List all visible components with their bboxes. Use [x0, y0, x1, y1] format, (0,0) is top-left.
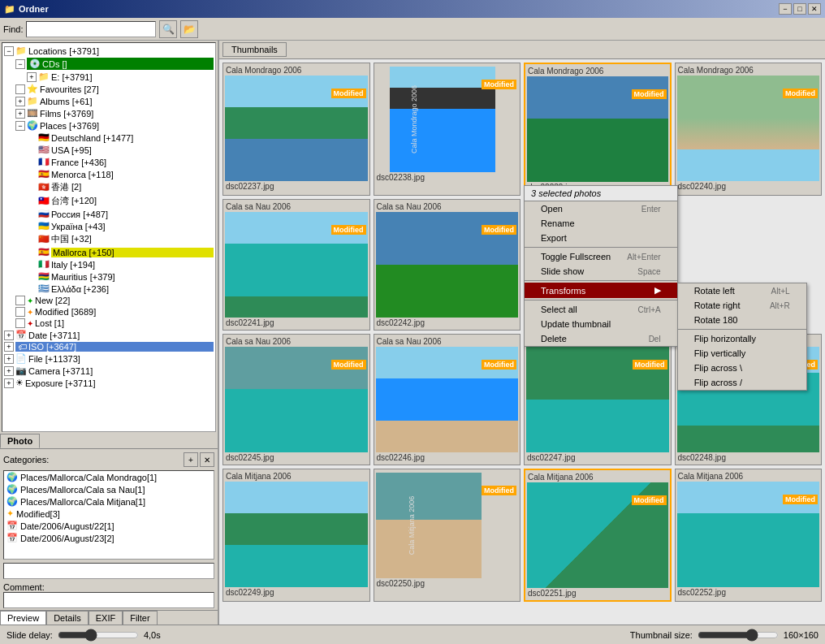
- expand-file[interactable]: +: [4, 354, 14, 364]
- cm-flip-across-fwd[interactable]: Flip across /: [678, 375, 806, 390]
- cm-export[interactable]: Export: [525, 231, 677, 245]
- tab-details[interactable]: Details: [46, 611, 89, 625]
- expand-date[interactable]: +: [4, 331, 14, 340]
- tree-item-films[interactable]: + 🎞️ Films [+3769]: [15, 107, 214, 119]
- tree-item-hk[interactable]: 🇭🇰 香港 [2]: [27, 180, 214, 194]
- tree-item-new[interactable]: ✦ New [22]: [15, 295, 214, 306]
- expand-cds[interactable]: −: [15, 59, 25, 69]
- cm-transforms[interactable]: Transforms ▶: [525, 283, 677, 298]
- photo-tab[interactable]: Photo: [0, 434, 40, 448]
- categories-list[interactable]: 🌍Places/Mallorca/Cala Mondrago[1] 🌍Place…: [3, 470, 214, 560]
- thumb-dsc02241[interactable]: Cala sa Nau 2006 Modified dsc02241.jpg: [222, 199, 370, 331]
- cm-rename[interactable]: Rename: [525, 216, 677, 231]
- tree-item-e[interactable]: + 📁 E: [+3791]: [27, 71, 214, 83]
- tree-item-albums[interactable]: + 📁 Albums [+61]: [15, 95, 214, 107]
- tree-item-lost[interactable]: ✦ Lost [1]: [15, 318, 214, 329]
- expand-fav[interactable]: [15, 84, 25, 94]
- cm-fullscreen[interactable]: Toggle Fullscreen Alt+Enter: [525, 249, 677, 264]
- thumbnails-tab[interactable]: Thumbnails: [222, 42, 287, 57]
- cm-flip-v[interactable]: Flip vertically: [678, 346, 806, 361]
- tree-item-locations[interactable]: − 📁 Locations [+3791]: [4, 45, 214, 57]
- tree-item-modified[interactable]: ✦ Modified [3689]: [15, 306, 214, 318]
- thumb-dsc02245[interactable]: Cala sa Nau 2006 Modified dsc02245.jpg: [222, 334, 370, 465]
- minimize-button[interactable]: −: [779, 3, 792, 15]
- tree-item-mu[interactable]: 🇲🇺 Mauritius [+379]: [27, 270, 214, 283]
- thumb-dsc02251[interactable]: Cala Mitjana 2006 Modified dsc02251.jpg: [524, 469, 672, 602]
- cm-rotate-180[interactable]: Rotate 180: [678, 313, 806, 327]
- category-input[interactable]: [3, 563, 214, 579]
- thumbnails-area[interactable]: Cala Mondrago 2006 Modified dsc02237.jpg…: [219, 59, 825, 625]
- cm-select-all[interactable]: Select all Ctrl+A: [525, 302, 677, 317]
- tree-item-usa[interactable]: 🇺🇸 USA [+95]: [27, 144, 214, 156]
- cat-item-sanau[interactable]: 🌍Places/Mallorca/Cala sa Nau[1]: [4, 483, 214, 495]
- tree-item-fr[interactable]: 🇫🇷 France [+436]: [27, 156, 214, 168]
- cm-update-thumb[interactable]: Update thumbnail: [525, 317, 677, 331]
- folder-button[interactable]: 📂: [180, 20, 198, 38]
- thumb-dsc02249[interactable]: Cala Mitjana 2006 dsc02249.jpg: [222, 469, 370, 602]
- tree-item-cn[interactable]: 🇨🇳 中国 [+32]: [27, 232, 214, 246]
- expand-locations[interactable]: −: [4, 46, 14, 56]
- tree-item-de[interactable]: 🇩🇪 Deutschland [+1477]: [27, 132, 214, 144]
- tree-item-tw[interactable]: 🇹🇼 台湾 [+120]: [27, 194, 214, 208]
- tree-item-camera[interactable]: + 📷 Camera [+3711]: [4, 365, 214, 377]
- thumb-size-slider[interactable]: [698, 629, 779, 642]
- tree-item-places[interactable]: − 🌍 Places [+3769]: [15, 119, 214, 132]
- cm-flip-across-back[interactable]: Flip across \: [678, 361, 806, 375]
- cat-item-mondrago[interactable]: 🌍Places/Mallorca/Cala Mondrago[1]: [4, 471, 214, 483]
- tree-item-mallorca[interactable]: 🇪🇸 Mallorca [+150]: [27, 246, 214, 258]
- iso-content[interactable]: 🏷 ISO [+3647]: [15, 342, 214, 352]
- thumb-dsc02246[interactable]: Cala sa Nau 2006 Modified dsc02246.jpg: [374, 334, 521, 465]
- categories-close-btn[interactable]: ✕: [200, 452, 214, 467]
- cm-rotate-right[interactable]: Rotate right Alt+R: [678, 298, 806, 313]
- thumb-dsc02252[interactable]: Cala Mitjana 2006 Modified dsc02252.jpg: [675, 469, 823, 602]
- expand-places[interactable]: −: [15, 121, 25, 131]
- cds-content[interactable]: 💿 CDs []: [27, 58, 214, 70]
- tree-item-file[interactable]: + 📄 File [+11373]: [4, 352, 214, 365]
- tree-item-favourites[interactable]: ⭐ Favourites [27]: [15, 83, 214, 95]
- cm-open[interactable]: Open Enter: [525, 201, 677, 216]
- maximize-button[interactable]: □: [793, 3, 806, 15]
- find-button[interactable]: 🔍: [159, 20, 177, 38]
- tree-item-menorca[interactable]: 🇪🇸 Menorca [+118]: [27, 168, 214, 180]
- cm-slideshow[interactable]: Slide show Space: [525, 264, 677, 279]
- thumb-dsc02242[interactable]: Cala sa Nau 2006 Modified dsc02242.jpg: [374, 199, 521, 331]
- cm-delete[interactable]: Delete Del: [525, 331, 677, 346]
- thumb-dsc02247[interactable]: Cala sa Nau 2006 Modified dsc02247.jpg: [524, 334, 672, 465]
- thumb-dsc02237[interactable]: Cala Mondrago 2006 Modified dsc02237.jpg: [222, 63, 370, 196]
- expand-films[interactable]: +: [15, 109, 25, 119]
- cat-item-date22[interactable]: 📅Date/2006/August/22[1]: [4, 520, 214, 532]
- tree-item-it[interactable]: 🇮🇹 Italy [+194]: [27, 258, 214, 270]
- cm-flip-h[interactable]: Flip horizontally: [678, 331, 806, 346]
- thumb-dsc02250[interactable]: Cala Mitjana 2006 Modified dsc02250.jpg: [374, 469, 521, 602]
- tree-item-ua[interactable]: 🇺🇦 Україна [+43]: [27, 220, 214, 232]
- cm-rotate-left[interactable]: Rotate left Alt+L: [678, 283, 806, 298]
- expand-modified[interactable]: [15, 307, 25, 317]
- slide-delay-slider[interactable]: [58, 629, 139, 642]
- expand-new[interactable]: [15, 296, 25, 305]
- tree-item-iso[interactable]: + 🏷 ISO [+3647]: [4, 341, 214, 352]
- tree-item-exposure[interactable]: + ☀ Exposure [+3711]: [4, 377, 214, 389]
- tree-item-ru[interactable]: 🇷🇺 Россия [+487]: [27, 208, 214, 220]
- expand-camera[interactable]: +: [4, 366, 14, 376]
- cat-item-mitjana[interactable]: 🌍Places/Mallorca/Cala Mitjana[1]: [4, 495, 214, 508]
- categories-add-btn[interactable]: +: [184, 452, 198, 467]
- mallorca-content[interactable]: Mallorca [+150]: [51, 248, 214, 257]
- tree-item-gr[interactable]: 🇬🇷 Ελλάδα [+236]: [27, 283, 214, 295]
- tab-preview[interactable]: Preview: [0, 611, 46, 625]
- close-button[interactable]: ✕: [808, 3, 821, 15]
- thumb-dsc02238[interactable]: Cala Mondrago 2006 Modified dsc02238.jpg: [374, 63, 521, 196]
- expand-lost[interactable]: [15, 318, 25, 328]
- tab-exif[interactable]: EXIF: [89, 611, 123, 625]
- thumb-dsc02239[interactable]: Cala Mondrago 2006 Modified dsc02239.jpg: [524, 63, 672, 196]
- expand-albums[interactable]: +: [15, 97, 25, 106]
- expand-e[interactable]: +: [27, 72, 37, 82]
- tree-item-date[interactable]: + 📅 Date [+3711]: [4, 329, 214, 341]
- expand-exposure[interactable]: +: [4, 378, 14, 388]
- comment-input[interactable]: [3, 592, 214, 608]
- tab-filter[interactable]: Filter: [123, 611, 157, 625]
- find-input[interactable]: [26, 21, 156, 37]
- expand-iso[interactable]: +: [4, 342, 14, 352]
- cat-item-modified3[interactable]: ✦Modified[3]: [4, 508, 214, 520]
- thumb-dsc02240[interactable]: Cala Mondrago 2006 Modified dsc02240.jpg: [675, 63, 823, 196]
- cat-item-date23[interactable]: 📅Date/2006/August/23[2]: [4, 532, 214, 544]
